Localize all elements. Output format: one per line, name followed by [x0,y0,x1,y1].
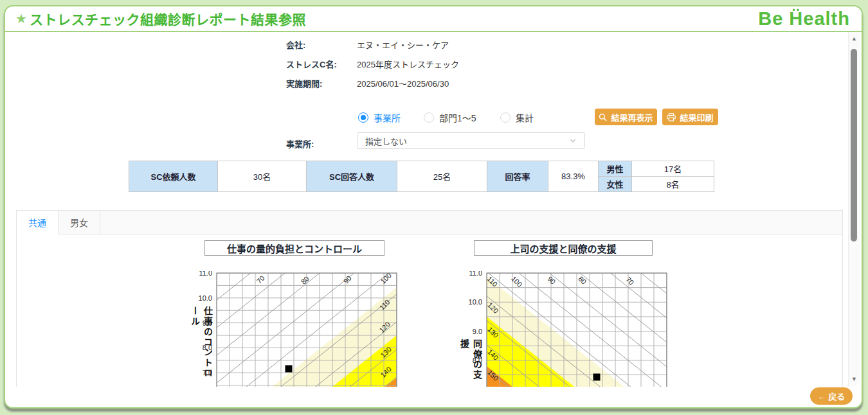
radio-department[interactable]: 部門1〜5 [424,111,476,124]
chevron-down-icon [569,137,577,145]
scroll-content: 会社: エヌ・エイ・シー・ケア ストレスC名: 2025年度ストレスチェック 実… [5,32,847,387]
summary-table: SC依頼人数 30名 SC回答人数 25名 回答率 83.3% 男性 17名 女… [129,161,714,192]
scroll-down-icon[interactable]: ▼ [849,374,860,384]
print-results-label: 結果印刷 [680,111,713,123]
svg-text:10.0: 10.0 [199,294,212,302]
radio-selected-icon[interactable] [358,112,368,123]
tab-common[interactable]: 共通 [17,211,59,234]
male-value: 17名 [632,161,714,177]
radio-total[interactable]: 集計 [500,111,534,124]
nomogram-chart-supervisor-coworker: 11010090807012013014015011.010.09.08.0 [455,271,673,387]
redisplay-results-button[interactable]: 結果再表示 [595,109,657,125]
tab-bar: 共通 男女 [17,211,842,234]
response-rate-value: 83.3% [548,161,599,192]
svg-text:9.0: 9.0 [473,328,482,335]
svg-text:11.0: 11.0 [199,271,212,277]
redisplay-results-label: 結果再表示 [611,111,653,123]
app-window: ★ ストレスチェック組織診断レポート結果参照 Be Ḧealth 会社: エヌ・… [4,5,863,409]
chart-title-workload: 仕事の量的負担とコントロール [204,240,384,256]
svg-text:10.0: 10.0 [469,298,482,306]
requested-count-value: 30名 [218,161,307,192]
back-button[interactable]: ← 戻る [810,387,853,405]
data-point-marker [285,366,293,373]
search-icon [599,113,607,121]
vertical-scrollbar[interactable]: ▲ ▼ [848,32,860,387]
response-rate-label: 回答率 [487,161,548,192]
print-results-button[interactable]: 結果印刷 [662,109,718,125]
female-value: 8名 [632,177,714,192]
radio-department-label: 部門1〜5 [439,111,476,124]
radio-office[interactable]: 事業所 [358,111,401,124]
office-select-value: 指定しない [365,135,407,147]
svg-text:7.0: 7.0 [203,369,212,376]
office-select[interactable]: 指定しない [357,132,585,149]
report-tab-panel: 共通 男女 [16,210,843,387]
stresscheck-name-value: 2025年度ストレスチェック [357,58,459,70]
scrollbar-thumb[interactable] [851,49,857,242]
page-title: ストレスチェック組織診断レポート結果参照 [30,9,306,28]
printer-icon [667,113,676,121]
requested-count-label: SC依頼人数 [129,161,218,192]
radio-office-label: 事業所 [374,111,401,124]
scroll-up-icon[interactable]: ▲ [849,33,860,44]
radio-total-label: 集計 [516,111,534,124]
company-value: エヌ・エイ・シー・ケア [357,39,449,51]
answered-count-value: 25名 [397,161,487,192]
svg-text:9.0: 9.0 [203,319,212,327]
chart-title-support: 上司の支援と同僚の支援 [474,240,653,256]
male-label: 男性 [599,161,632,177]
radio-unselected-icon[interactable] [500,112,511,123]
title-bar: ★ ストレスチェック組織診断レポート結果参照 Be Ḧealth [5,6,862,31]
nomogram-chart-workload-control: 70809010011012013014011.010.09.08.07.0 [185,271,403,387]
period-label: 実施期間: [286,77,322,89]
data-point-marker [593,374,601,381]
company-label: 会社: [286,39,305,51]
svg-text:8.0: 8.0 [203,344,212,351]
star-icon: ★ [15,11,27,26]
period-value: 2025/06/01〜2025/06/30 [357,77,449,89]
svg-text:8.0: 8.0 [473,357,482,364]
female-label: 女性 [599,177,632,192]
radio-unselected-icon[interactable] [424,112,434,123]
svg-text:11.0: 11.0 [469,271,482,277]
tab-gender[interactable]: 男女 [59,211,100,234]
answered-count-label: SC回答人数 [307,161,397,192]
office-select-label: 事業所: [286,137,314,150]
be-health-logo: Be Ḧealth [758,8,850,30]
stresscheck-name-label: ストレスC名: [286,58,337,70]
